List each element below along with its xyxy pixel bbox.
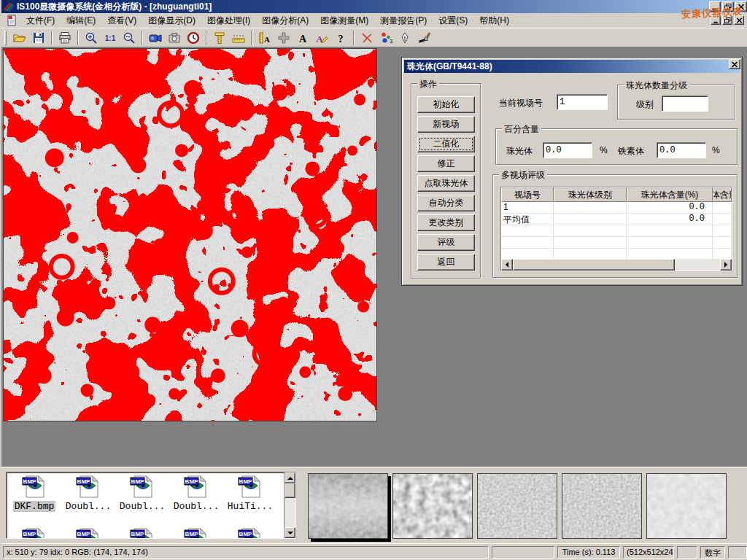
ferrite-percent-input[interactable] [657, 142, 706, 158]
zoom-in-icon [84, 31, 98, 45]
zoom-in-button[interactable] [82, 29, 101, 46]
pen-tool-button[interactable] [395, 29, 414, 46]
file-item[interactable] [116, 526, 169, 539]
file-item[interactable]: Doubl... [62, 474, 115, 512]
toolbar-grip[interactable] [4, 31, 7, 45]
operation-group-label: 操作 [417, 78, 439, 90]
return-button[interactable]: 返回 [417, 254, 475, 271]
menu-image-processing[interactable]: 图像处理(I) [201, 13, 256, 28]
file-item[interactable] [170, 526, 222, 539]
file-name: Doubl... [64, 501, 112, 512]
file-list[interactable]: DKF.bmp Doubl... Doubl... Doubl... HuiTi… [6, 472, 296, 539]
current-view-label: 当前视场号 [499, 97, 543, 109]
auto-classify-button[interactable]: 自动分类 [417, 195, 475, 211]
file-item[interactable] [8, 526, 61, 539]
file-item[interactable] [224, 526, 276, 539]
scroll-down-button[interactable] [285, 527, 295, 538]
file-item[interactable]: DKF.bmp [8, 474, 61, 512]
toolbar: 1:1 [1, 28, 747, 47]
particles-icon: 3 [379, 31, 393, 45]
new-field-button[interactable]: 新视场 [417, 116, 475, 133]
initialize-button[interactable]: 初始化 [417, 96, 475, 113]
ruler-button[interactable] [229, 29, 248, 46]
pick-pearlite-button[interactable]: 点取珠光体 [417, 175, 475, 192]
menu-file[interactable]: 文件(F) [20, 13, 61, 28]
image-thumbnail-3[interactable] [477, 473, 557, 539]
floppy-icon [31, 31, 46, 45]
particle-count-button[interactable]: 3 [376, 29, 395, 46]
save-button[interactable] [29, 29, 48, 46]
menu-settings[interactable]: 设置(S) [433, 13, 473, 28]
dialog-close-button[interactable] [729, 59, 740, 69]
help-button[interactable]: ? [331, 29, 350, 46]
level-input[interactable] [662, 96, 708, 112]
annotate-button[interactable]: A [312, 29, 331, 46]
toolbar-separator [51, 31, 53, 45]
toolbar-separator [353, 31, 355, 45]
timer-button[interactable] [184, 29, 203, 46]
table-horizontal-scrollbar[interactable] [501, 259, 732, 271]
pearlite-label: 珠光体 [506, 145, 533, 158]
scrollbar-thumb[interactable] [285, 483, 295, 498]
file-item[interactable]: Doubl... [170, 474, 222, 512]
toolbar-separator [206, 31, 207, 45]
actual-size-button[interactable]: 1:1 [101, 29, 120, 46]
current-view-input[interactable] [557, 94, 608, 110]
cross-icon [276, 31, 291, 45]
move-button[interactable] [274, 29, 293, 46]
brush-icon [417, 31, 431, 45]
menu-view[interactable]: 查看(V) [101, 13, 142, 28]
snapshot-button[interactable] [165, 29, 184, 46]
menu-image-measure[interactable]: 图像测量(M) [314, 13, 374, 28]
open-file-button[interactable] [10, 29, 29, 46]
brush-tool-button[interactable] [414, 29, 433, 46]
file-item[interactable] [62, 526, 115, 539]
multi-field-group-label: 多视场评级 [499, 169, 547, 182]
image-thumbnail-5[interactable] [646, 473, 727, 539]
percent-group: 百分含量 珠光体 % 铁素体 % [495, 128, 738, 165]
percent-group-label: 百分含量 [502, 123, 541, 136]
menu-edit[interactable]: 编辑(E) [61, 13, 101, 28]
file-name: HuiTi... [226, 501, 274, 512]
ferrite-label: 铁素体 [618, 145, 644, 158]
dialog-title: 珠光体(GB/T9441-88) [407, 61, 492, 73]
file-item[interactable]: Doubl... [116, 474, 169, 512]
scrollbar-thumb[interactable] [513, 259, 675, 271]
table-row[interactable]: 1 0.0 [501, 202, 732, 214]
curve-tool-button[interactable] [357, 29, 376, 46]
print-button[interactable] [55, 29, 74, 46]
clock-icon [186, 31, 201, 45]
menu-help[interactable]: 帮助(H) [473, 13, 515, 28]
scroll-left-button[interactable] [501, 259, 513, 271]
dialog-title-bar[interactable]: 珠光体(GB/T9441-88) [404, 60, 740, 73]
metallographic-image-canvas[interactable] [3, 48, 377, 421]
file-item[interactable]: HuiTi... [224, 474, 276, 512]
file-name: Doubl... [118, 501, 166, 512]
menu-image-display[interactable]: 图像显示(D) [142, 13, 201, 28]
cell-content: 0.0 [627, 214, 713, 225]
pearlite-percent-input[interactable] [543, 142, 592, 158]
toolbar-separator [77, 31, 79, 45]
zoom-out-button[interactable] [120, 29, 139, 46]
video-capture-button[interactable] [146, 29, 165, 46]
file-list-scrollbar[interactable] [284, 472, 295, 538]
caliper-button[interactable] [210, 29, 229, 46]
measure-label-button[interactable]: A [255, 29, 274, 46]
scroll-right-button[interactable] [720, 259, 732, 271]
menu-report[interactable]: 测量报告(P) [374, 13, 433, 28]
binarize-button[interactable]: 二值化 [417, 136, 475, 152]
change-class-button[interactable]: 更改类别 [417, 214, 475, 231]
text-button[interactable]: A [293, 29, 312, 46]
menu-image-analysis[interactable]: 图像分析(A) [256, 13, 314, 28]
image-thumbnail-4[interactable] [562, 473, 642, 539]
image-dimensions-panel: (512x512x24) [623, 546, 674, 559]
table-row[interactable]: 平均值 0.0 [501, 214, 732, 225]
image-thumbnail-2[interactable] [392, 473, 473, 539]
ferrite-percent-sign: % [712, 145, 720, 155]
scrollbar-track[interactable] [513, 259, 720, 271]
rate-button[interactable]: 评级 [417, 234, 475, 251]
correct-button[interactable]: 修正 [417, 155, 475, 172]
scroll-up-button[interactable] [285, 472, 295, 483]
ruler-icon [231, 31, 246, 45]
image-thumbnail-1[interactable] [308, 473, 388, 539]
